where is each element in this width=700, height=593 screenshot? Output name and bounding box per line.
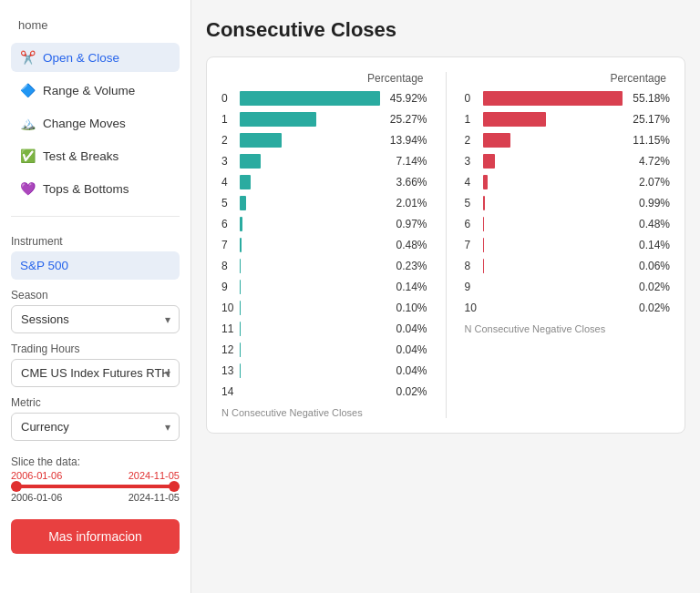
table-row: 10 0.10% xyxy=(221,298,427,318)
row-label: 8 xyxy=(221,260,240,272)
bar-area xyxy=(240,214,380,234)
sidebar-item-test-breaks[interactable]: ✅ Test & Breaks xyxy=(11,141,180,170)
mas-informacion-button[interactable]: Mas informacion xyxy=(11,519,180,554)
row-value: 0.02% xyxy=(623,302,670,314)
bar xyxy=(483,175,489,189)
trading-hours-select[interactable]: CME US Index Futures RTH xyxy=(11,359,180,387)
bar-area xyxy=(483,193,623,213)
row-label: 8 xyxy=(465,260,483,272)
row-value: 25.27% xyxy=(380,113,427,126)
bar xyxy=(483,133,511,148)
table-row: 11 0.04% xyxy=(221,319,427,339)
row-label: 2 xyxy=(465,134,483,147)
left-chart-rows: 0 45.92% 1 25.27% 2 13.94% 3 7.14% 4 xyxy=(221,88,427,402)
slider-thumb-right[interactable] xyxy=(169,481,180,492)
row-value: 13.94% xyxy=(380,134,427,147)
season-select[interactable]: Sessions xyxy=(11,305,180,333)
right-chart-panel: Percentage 0 55.18% 1 25.17% 2 11.15% 3 xyxy=(465,72,671,418)
bar-area xyxy=(240,319,380,339)
main-content: Consecutive Closes Percentage 0 45.92% 1… xyxy=(191,0,700,593)
charts-container: Percentage 0 45.92% 1 25.27% 2 13.94% 3 xyxy=(206,56,685,434)
bar-area xyxy=(483,256,623,276)
table-row: 12 0.04% xyxy=(221,340,427,360)
bar-area xyxy=(240,172,380,192)
bar-area xyxy=(240,382,380,402)
sidebar: home ✂️ Open & Close 🔷 Range & Volume 🏔️… xyxy=(0,0,191,593)
row-value: 3.66% xyxy=(380,176,427,189)
sidebar-item-range-volume[interactable]: 🔷 Range & Volume xyxy=(11,76,180,105)
table-row: 14 0.02% xyxy=(221,382,427,402)
table-row: 5 2.01% xyxy=(221,193,427,213)
row-label: 4 xyxy=(465,176,483,189)
bar-area xyxy=(240,130,380,150)
metric-label: Metric xyxy=(11,396,180,409)
trading-hours-label: Trading Hours xyxy=(11,343,180,355)
row-label: 6 xyxy=(221,218,240,230)
row-label: 10 xyxy=(465,302,483,314)
left-chart-header: Percentage xyxy=(221,72,427,85)
row-label: 5 xyxy=(465,197,483,210)
bar-area xyxy=(483,130,623,150)
metric-select[interactable]: Currency xyxy=(11,413,180,441)
check-icon: ✅ xyxy=(20,148,36,163)
bar xyxy=(240,175,251,189)
row-label: 3 xyxy=(221,155,240,168)
slice-dates: 2006-01-06 2024-11-05 xyxy=(11,470,180,481)
row-label: 5 xyxy=(221,197,240,210)
bar xyxy=(240,259,241,273)
gem-icon: 💜 xyxy=(20,181,36,196)
season-select-wrapper: Sessions xyxy=(11,305,180,333)
table-row: 0 45.92% xyxy=(221,88,427,108)
row-value: 0.23% xyxy=(380,260,427,272)
bar-area xyxy=(240,256,380,276)
row-label: 2 xyxy=(221,134,240,147)
left-chart-footer: N Consecutive Negative Closes xyxy=(221,407,427,418)
table-row: 1 25.17% xyxy=(465,109,671,129)
bar-area xyxy=(240,235,380,255)
bar-area xyxy=(483,298,623,318)
bar xyxy=(483,217,484,231)
row-label: 3 xyxy=(465,155,483,168)
row-value: 2.01% xyxy=(380,197,427,210)
bar-area xyxy=(240,193,380,213)
date-range-slider[interactable] xyxy=(11,485,180,488)
row-value: 0.48% xyxy=(623,218,670,230)
bar xyxy=(240,112,316,127)
slice-label: Slice the data: xyxy=(11,455,180,468)
row-label: 10 xyxy=(221,302,240,314)
row-label: 14 xyxy=(221,385,240,398)
sidebar-item-open-close[interactable]: ✂️ Open & Close xyxy=(11,43,180,72)
table-row: 2 11.15% xyxy=(465,130,671,150)
bar xyxy=(240,238,242,252)
table-row: 9 0.14% xyxy=(221,277,427,297)
season-label: Season xyxy=(11,289,180,302)
table-row: 6 0.48% xyxy=(465,214,671,234)
table-row: 3 7.14% xyxy=(221,151,427,171)
bar xyxy=(483,154,495,169)
row-value: 0.06% xyxy=(623,260,670,272)
bar-area xyxy=(483,277,623,297)
row-value: 0.99% xyxy=(623,197,670,210)
home-link[interactable]: home xyxy=(11,15,180,36)
row-value: 0.48% xyxy=(380,239,427,251)
table-row: 8 0.23% xyxy=(221,256,427,276)
bar-area xyxy=(483,151,623,171)
sidebar-item-change-moves[interactable]: 🏔️ Change Moves xyxy=(11,108,180,138)
metric-control: Metric Currency xyxy=(11,396,180,441)
table-row: 4 3.66% xyxy=(221,172,427,192)
slider-thumb-left[interactable] xyxy=(11,481,22,492)
instrument-value[interactable]: S&P 500 xyxy=(11,251,180,280)
sidebar-item-tops-bottoms[interactable]: 💜 Tops & Bottoms xyxy=(11,174,180,203)
bar-area xyxy=(483,88,623,108)
right-chart-rows: 0 55.18% 1 25.17% 2 11.15% 3 4.72% 4 xyxy=(465,88,671,318)
diamond-icon: 🔷 xyxy=(20,83,36,97)
bar-area xyxy=(483,109,623,129)
row-value: 7.14% xyxy=(380,155,427,168)
row-value: 0.10% xyxy=(380,302,427,314)
bar xyxy=(483,112,546,127)
table-row: 5 0.99% xyxy=(465,193,671,213)
row-value: 2.07% xyxy=(623,176,670,189)
sidebar-item-label: Tops & Bottoms xyxy=(43,182,129,196)
row-label: 7 xyxy=(221,239,240,251)
row-value: 45.92% xyxy=(380,92,427,105)
